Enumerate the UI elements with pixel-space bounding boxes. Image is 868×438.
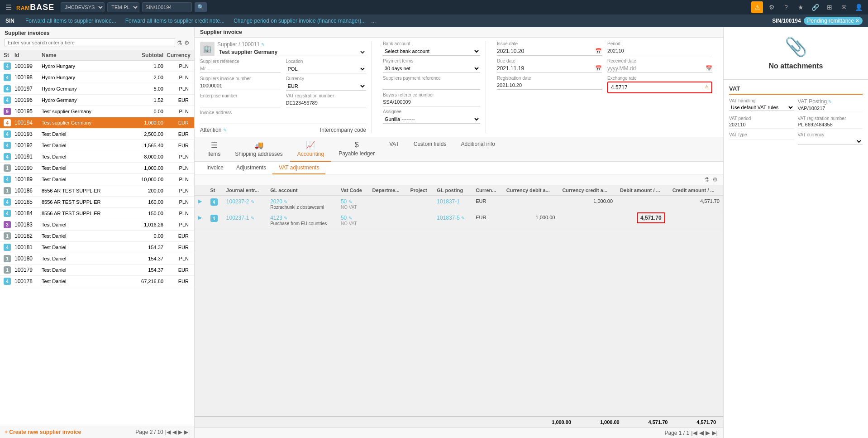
je2-edit-icon[interactable]: ✎	[251, 216, 254, 221]
tab-custom-fields[interactable]: Custom fields	[406, 137, 454, 162]
list-item[interactable]: 4100199Hydro Hungary1.00PLN	[0, 61, 194, 72]
table-next-page-btn[interactable]: ▶	[706, 429, 710, 436]
more-actions[interactable]: ...	[371, 18, 376, 24]
due-calendar-icon[interactable]: 📅	[595, 65, 602, 72]
list-item[interactable]: 4100191Test Daniel8,000.00PLN	[0, 151, 194, 163]
payment-terms-select[interactable]: 30 days net	[383, 64, 480, 73]
gl1-edit-icon[interactable]: ✎	[284, 199, 287, 204]
filter-icon-button[interactable]: ⚗	[177, 39, 182, 46]
gl-account-link-1[interactable]: 2020	[270, 198, 282, 205]
tab-accounting[interactable]: 📈 Accounting	[290, 137, 331, 162]
action-link-3[interactable]: Change period on supplier invoice (finan…	[234, 18, 366, 24]
table-last-page-btn[interactable]: ▶|	[712, 429, 718, 436]
list-item[interactable]: 9100195Test supplier Germany0.00PLN	[0, 106, 194, 117]
vc2-edit-icon[interactable]: ✎	[348, 216, 352, 221]
table-prev-page-btn[interactable]: ◀	[699, 429, 704, 436]
user-icon-button[interactable]: 👤	[853, 1, 864, 13]
main-content-area: ☰ Items 🚚 Shipping addresses 📈 Accountin…	[195, 137, 723, 438]
due-received-row: Due date 2021.11.19 📅 Received date yyyy…	[497, 58, 712, 73]
alert-icon-button[interactable]: ⚠	[751, 1, 763, 13]
prev-page-button[interactable]: ◀	[172, 429, 176, 435]
create-new-supplier-invoice-link[interactable]: + Create new supplier invoice	[5, 429, 81, 435]
gl2-edit-icon[interactable]: ✎	[284, 216, 287, 221]
global-search-button[interactable]: 🔍	[195, 2, 207, 12]
list-item[interactable]: 1100182Test Daniel0.00EUR	[0, 231, 194, 242]
tab-shipping[interactable]: 🚚 Shipping addresses	[228, 137, 290, 162]
link-icon-button[interactable]: 🔗	[809, 1, 821, 13]
vat-posting-edit-icon[interactable]: ✎	[828, 99, 832, 104]
je1-edit-icon[interactable]: ✎	[251, 199, 254, 204]
sub-tab-invoice[interactable]: Invoice	[200, 162, 230, 174]
help-icon-button[interactable]: ?	[780, 1, 792, 13]
bank-account-select[interactable]: Select bank account	[383, 47, 480, 56]
supplier-edit-icon[interactable]: ✎	[261, 42, 265, 47]
gl-posting-link-1[interactable]: 101837-1	[437, 198, 460, 205]
list-item[interactable]: 1100179Test Daniel154.37EUR	[0, 265, 194, 276]
list-item[interactable]: 1100190Test Daniel1,000.00PLN	[0, 163, 194, 174]
journal-entry-link-2[interactable]: 100237-1	[226, 215, 249, 221]
global-search-input[interactable]	[142, 2, 192, 12]
mail-icon-button[interactable]: ✉	[838, 1, 850, 13]
badge-close-button[interactable]: ×	[856, 18, 859, 24]
page-info: Page 2 / 10	[135, 429, 163, 435]
vat-handling-select[interactable]: Use default VAT rules	[729, 104, 794, 111]
enterprise-number-value	[200, 99, 281, 107]
supplier-name-select[interactable]: Test supplier Germany	[217, 48, 366, 56]
sub-tab-vat-adjustments[interactable]: VAT adjustments	[272, 162, 325, 174]
tab-items[interactable]: ☰ Items	[200, 137, 228, 162]
vc1-edit-icon[interactable]: ✎	[348, 199, 352, 204]
list-item[interactable]: 4100192Test Daniel1,565.40EUR	[0, 140, 194, 151]
tab-vat[interactable]: VAT	[382, 137, 406, 162]
last-page-button[interactable]: ▶|	[184, 429, 190, 435]
star-icon-button[interactable]: ★	[795, 1, 806, 13]
list-item[interactable]: 3100183Test Daniel1,016.26PLN	[0, 219, 194, 231]
list-item[interactable]: 1100180Test Daniel154.37PLN	[0, 253, 194, 265]
list-item[interactable]: 4100198Hydro Hungary2.00PLN	[0, 72, 194, 83]
list-item[interactable]: 4100181Test Daniel154.37EUR	[0, 242, 194, 253]
journal-entry-link-1[interactable]: 100237-2	[226, 198, 249, 205]
hamburger-menu[interactable]: ☰	[4, 3, 14, 12]
action-link-1[interactable]: Forward all items to supplier invoice...	[25, 18, 116, 24]
th-st: St	[207, 185, 223, 196]
gl-posting-link-2[interactable]: 101837-5	[437, 215, 460, 221]
list-item[interactable]: 4100193Test Daniel2,500.00EUR	[0, 129, 194, 140]
vat-code-link-1[interactable]: 50	[341, 198, 347, 205]
expand-cell[interactable]: ▶	[195, 196, 207, 212]
template-select[interactable]: TEM-PL	[107, 2, 139, 12]
settings-list-icon-button[interactable]: ⚙	[184, 39, 190, 46]
received-calendar-icon[interactable]: 📅	[706, 65, 712, 72]
table-first-page-btn[interactable]: |◀	[691, 429, 697, 436]
supplier-search-input[interactable]	[5, 38, 175, 47]
tab-payable[interactable]: $ Payable ledger	[331, 137, 382, 162]
tab-additional-info[interactable]: Additional info	[453, 137, 502, 162]
first-page-button[interactable]: |◀	[165, 429, 171, 435]
calendar-icon[interactable]: 📅	[595, 48, 602, 54]
side-info-panel: 📎 No attachments VAT VAT handling Use de…	[723, 27, 868, 438]
assignee-select[interactable]: Gunilla --------	[383, 115, 480, 124]
gl-account-link-2[interactable]: 4123	[270, 215, 282, 221]
location-select[interactable]: POL	[286, 65, 367, 73]
settings-icon-button[interactable]: ⚙	[766, 1, 777, 13]
col-subtotal: Subtotal	[127, 52, 163, 58]
expand-cell-2[interactable]: ▶	[195, 212, 207, 229]
attention-edit-icon[interactable]: ✎	[223, 128, 227, 133]
list-item[interactable]: 41001848556 AR TEST SUPPLIER150.00PLN	[0, 208, 194, 219]
workspace-select[interactable]: JHCDEVSYS	[61, 2, 105, 12]
list-item[interactable]: 4100197Hydro Germany5.00PLN	[0, 83, 194, 95]
action-link-2[interactable]: Forward all items to supplier credit not…	[125, 18, 224, 24]
list-item[interactable]: 4100196Hydro Germany1.52EUR	[0, 95, 194, 106]
list-item[interactable]: 41001858556 AR TEST SUPPLIER160.00PLN	[0, 197, 194, 208]
next-page-button[interactable]: ▶	[178, 429, 182, 435]
list-item[interactable]: 4100178Test Daniel67,216.80EUR	[0, 276, 194, 287]
glp2-edit-icon[interactable]: ✎	[461, 216, 465, 221]
accounting-filter-button[interactable]: ⚗	[704, 176, 710, 183]
list-item[interactable]: 4100189Test Daniel10,000.00PLN	[0, 174, 194, 185]
sub-tab-adjustments[interactable]: Adjustments	[230, 162, 272, 174]
vat-currency-select[interactable]	[798, 138, 863, 145]
list-item[interactable]: 11001868556 AR TEST SUPPLIER200.00PLN	[0, 185, 194, 197]
currency-select[interactable]: EUR	[286, 82, 367, 91]
vat-code-link-2[interactable]: 50	[341, 215, 347, 221]
list-item-active[interactable]: 4100194Test supplier Germany1,000.00EUR	[0, 117, 194, 129]
grid-icon-button[interactable]: ⊞	[824, 1, 835, 13]
accounting-settings-button[interactable]: ⚙	[712, 176, 718, 183]
